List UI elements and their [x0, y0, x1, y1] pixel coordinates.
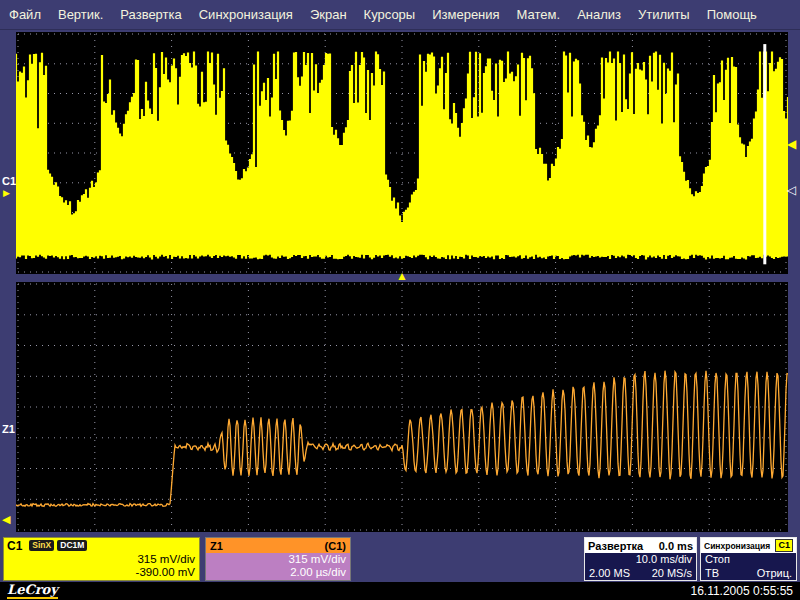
c1-descriptor-box[interactable]: C1 SinX DC1M 315 mV/div -390.00 mV [3, 537, 200, 581]
c1-offset-marker-icon[interactable]: ▶ [3, 189, 10, 198]
menu-item-math[interactable]: Матем. [517, 7, 561, 22]
z1-time-per-div: 2.00 µs/div [210, 566, 346, 579]
timebase-delay: 0.0 ms [659, 540, 693, 552]
clock: 16.11.2005 0:55:55 [690, 585, 793, 597]
c1-offset-value: -390.00 mV [8, 566, 195, 579]
oscilloscope-screen: { "menu": { "items": ["Файл","Вертик.","… [0, 0, 800, 600]
timebase-title: Развертка [588, 540, 643, 552]
c1-title: C1 [7, 539, 22, 553]
z1-source: (C1) [325, 540, 346, 552]
menu-item-measure[interactable]: Измерения [432, 7, 499, 22]
zoom-waveform-grid [16, 282, 788, 532]
menu-item-display[interactable]: Экран [310, 7, 347, 22]
sinx-interpolation-badge: SinX [29, 540, 54, 551]
menu-bar: Файл Вертик. Развертка Синхронизация Экр… [0, 0, 800, 30]
timebase-sample-rate: 20 MS/s [652, 567, 692, 581]
c1-zero-marker-icon[interactable]: ◁ [787, 184, 796, 196]
lecroy-logo: LeCroy [7, 583, 58, 599]
z1-level-marker-icon[interactable]: ◀ [2, 514, 10, 525]
timebase-sampling-row: 2.00 MS 20 MS/s [585, 567, 696, 581]
timebase-record-length: 2.00 MS [589, 567, 630, 581]
trigger-title: Синхронизация [704, 541, 770, 551]
z1-descriptor-header: Z1 (C1) [206, 538, 350, 553]
menu-item-help[interactable]: Помощь [707, 7, 757, 22]
z1-waveform [16, 282, 788, 532]
timebase-scale-row: 10.0 ms/div [585, 553, 696, 567]
timebase-box[interactable]: Развертка 0.0 ms 10.0 ms/div 2.00 MS 20 … [584, 537, 697, 581]
dc-coupling-badge: DC1M [57, 540, 87, 551]
trigger-position-marker-icon[interactable]: ▲ [396, 270, 408, 282]
trigger-source-badge: C1 [775, 539, 793, 552]
c1-volts-per-div: 315 mV/div [8, 553, 195, 566]
z1-descriptor-box[interactable]: Z1 (C1) 315 mV/div 2.00 µs/div [205, 537, 351, 581]
z1-title: Z1 [210, 540, 223, 552]
z1-settings: 315 mV/div 2.00 µs/div [206, 553, 350, 580]
z1-channel-label: Z1 [2, 424, 15, 435]
menu-item-timebase[interactable]: Развертка [120, 7, 181, 22]
trigger-type: ТВ [705, 567, 719, 581]
main-waveform-grid [16, 32, 788, 274]
trigger-mode-row: Стоп [701, 553, 796, 567]
c1-waveform [16, 32, 788, 274]
timebase-header: Развертка 0.0 ms [585, 538, 696, 553]
trigger-type-row: ТВ Отриц. [701, 567, 796, 581]
menu-item-trigger[interactable]: Синхронизация [199, 7, 293, 22]
menu-item-utilities[interactable]: Утилиты [638, 7, 690, 22]
trigger-level-marker-icon[interactable]: ◀ [787, 138, 796, 150]
trigger-box[interactable]: Синхронизация C1 Стоп ТВ Отриц. [700, 537, 797, 581]
menu-item-cursors[interactable]: Курсоры [364, 7, 416, 22]
c1-descriptor-header: C1 SinX DC1M [4, 538, 199, 553]
z1-volts-per-div: 315 mV/div [210, 553, 346, 566]
trigger-slope: Отриц. [757, 567, 792, 581]
timebase-scale: 10.0 ms/div [636, 553, 692, 567]
c1-settings: 315 mV/div -390.00 mV [4, 553, 199, 579]
menu-item-analysis[interactable]: Анализ [577, 7, 621, 22]
c1-channel-label: C1 [2, 176, 16, 187]
menu-item-vertical[interactable]: Вертик. [58, 7, 103, 22]
trigger-mode: Стоп [705, 553, 730, 567]
footer-bar [0, 582, 800, 600]
trigger-header: Синхронизация C1 [701, 538, 796, 553]
menu-item-file[interactable]: Файл [9, 7, 41, 22]
